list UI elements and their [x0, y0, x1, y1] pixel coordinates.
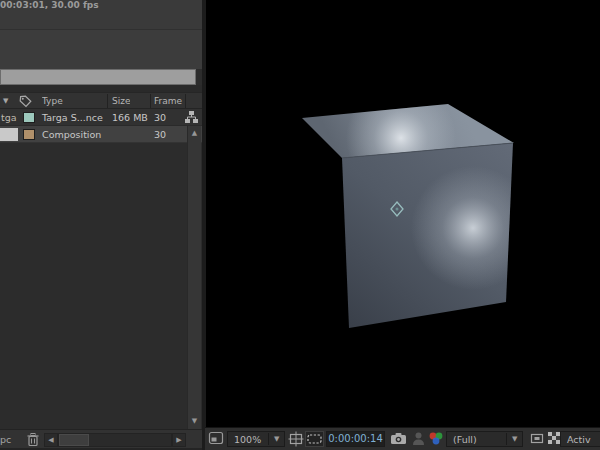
- composition-frame-rate: 30: [154, 129, 166, 140]
- horizontal-scrollbar[interactable]: [58, 433, 172, 447]
- column-header-row: ▼ Type Size Frame R...: [0, 92, 202, 109]
- column-header-type[interactable]: Type: [42, 96, 63, 106]
- column-separator[interactable]: [107, 94, 108, 108]
- column-header-size[interactable]: Size: [112, 96, 130, 106]
- scroll-right-button[interactable]: ▶: [172, 433, 186, 447]
- scroll-left-button[interactable]: ◀: [44, 433, 58, 447]
- resolution-value: (Full): [453, 434, 477, 445]
- panel-gap: [0, 85, 202, 92]
- dropdown-separator: [506, 433, 507, 445]
- label-color-chip[interactable]: [23, 129, 35, 140]
- dropdown-separator: [268, 433, 269, 445]
- magnification-value: 100%: [234, 434, 261, 445]
- snapshot-camera-icon[interactable]: [390, 431, 407, 447]
- rendered-3d-cube: [206, 0, 600, 427]
- project-panel: 00:03:01, 30.00 fps ▼ Type Size Frame R.…: [0, 0, 202, 450]
- composition-viewer-canvas[interactable]: [206, 0, 600, 427]
- table-row-composition[interactable]: Composition 30: [0, 126, 202, 143]
- footage-preview-area: [0, 29, 202, 69]
- 3d-view-dropdown[interactable]: Activ: [560, 431, 600, 447]
- timecode-value: 0:00:00:14: [328, 433, 383, 444]
- column-header-frame-rate[interactable]: Frame R...: [154, 96, 184, 106]
- flowchart-icon[interactable]: [184, 110, 199, 125]
- label-color-chip[interactable]: [23, 112, 35, 123]
- magnification-dropdown[interactable]: 100% ▼: [227, 431, 285, 447]
- composition-type: Composition: [42, 129, 101, 140]
- footage-frame-rate: 30: [154, 112, 166, 123]
- region-of-interest-icon[interactable]: [529, 431, 545, 447]
- footage-size: 166 MB: [112, 112, 148, 123]
- footage-type: Targa S...nce: [42, 112, 103, 123]
- chevron-down-icon: ▼: [274, 435, 279, 443]
- viewer-toolbar: 100% ▼ 0:00:00:14: [205, 427, 600, 450]
- sort-order-icon[interactable]: ▼: [3, 97, 8, 105]
- resolution-dropdown[interactable]: (Full) ▼: [446, 431, 523, 447]
- transparency-grid-icon[interactable]: [547, 431, 561, 447]
- always-preview-icon[interactable]: [208, 431, 224, 447]
- grid-guides-options-icon[interactable]: [288, 431, 304, 447]
- footage-name-fragment: tga: [1, 112, 17, 123]
- chevron-down-icon: ▼: [512, 435, 517, 443]
- project-panel-bottom-bar: pc ◀ ▶: [0, 429, 202, 450]
- current-time-display[interactable]: 0:00:00:14: [326, 431, 385, 447]
- footage-info-text: 00:03:01, 30.00 fps: [0, 0, 99, 10]
- search-field[interactable]: [0, 69, 196, 85]
- channel-settings-rgb-icon[interactable]: [428, 431, 444, 447]
- color-depth-label[interactable]: pc: [0, 434, 11, 445]
- app-window: 00:03:01, 30.00 fps ▼ Type Size Frame R.…: [0, 0, 600, 450]
- mask-visibility-toggle[interactable]: [305, 431, 324, 447]
- scroll-right-icon: ▶: [176, 436, 181, 444]
- scroll-down-icon[interactable]: ▼: [188, 415, 201, 427]
- footage-info-area: 00:03:01, 30.00 fps: [0, 0, 202, 29]
- horizontal-scrollbar-thumb[interactable]: [59, 434, 89, 446]
- composition-name-fragment: [0, 128, 18, 141]
- column-separator[interactable]: [150, 94, 151, 108]
- show-snapshot-person-icon[interactable]: [412, 431, 425, 447]
- column-separator[interactable]: [185, 94, 186, 108]
- label-tag-icon[interactable]: [19, 95, 32, 110]
- scroll-left-icon: ◀: [48, 436, 53, 444]
- vertical-scrollbar[interactable]: ▲ ▼: [187, 126, 201, 430]
- scroll-up-icon[interactable]: ▲: [188, 127, 201, 139]
- table-row-footage[interactable]: tga Targa S...nce 166 MB 30: [0, 109, 202, 126]
- 3d-view-value: Activ: [567, 434, 591, 445]
